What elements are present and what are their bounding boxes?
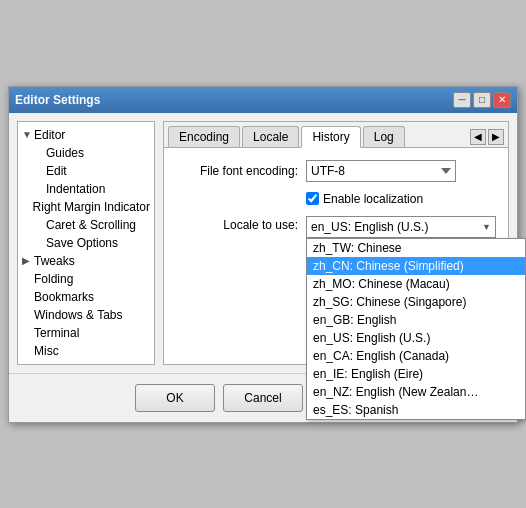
locale-option-zh_SG[interactable]: zh_SG: Chinese (Singapore) — [307, 293, 525, 311]
locale-select-header[interactable]: en_US: English (U.S.) — [306, 216, 496, 238]
enable-localization-label[interactable]: Enable localization — [306, 192, 423, 206]
locale-option-zh_MO[interactable]: zh_MO: Chinese (Macau) — [307, 275, 525, 293]
sidebar-label-windows-tabs: Windows & Tabs — [34, 308, 122, 322]
locale-option-es_ES[interactable]: es_ES: Spanish — [307, 401, 525, 419]
enable-localization-row: Enable localization — [176, 192, 496, 206]
locale-option-zh_CN[interactable]: zh_CN: Chinese (Simplified) — [307, 257, 525, 275]
tab-nav-next[interactable]: ▶ — [488, 129, 504, 145]
file-font-control: UTF-8 — [306, 160, 496, 182]
close-button[interactable]: ✕ — [493, 92, 511, 108]
maximize-button[interactable]: □ — [473, 92, 491, 108]
sidebar-item-editor[interactable]: ▼ Editor — [18, 126, 154, 144]
minimize-button[interactable]: ─ — [453, 92, 471, 108]
sidebar-label-tweaks: Tweaks — [34, 254, 75, 268]
tab-nav-prev[interactable]: ◀ — [470, 129, 486, 145]
sidebar-item-right-margin[interactable]: Right Margin Indicator — [18, 198, 154, 216]
enable-localization-text: Enable localization — [323, 192, 423, 206]
sidebar-label-bookmarks: Bookmarks — [34, 290, 94, 304]
main-panel: Encoding Locale History Log ◀ ▶ File fon… — [163, 121, 509, 365]
file-font-row: File font encoding: UTF-8 — [176, 160, 496, 182]
locale-dropdown-container: en_US: English (U.S.) zh_TW: Chinese zh_… — [306, 216, 496, 238]
sidebar-label-terminal: Terminal — [34, 326, 79, 340]
sidebar-label-indentation: Indentation — [46, 182, 105, 196]
locale-option-zh_TW[interactable]: zh_TW: Chinese — [307, 239, 525, 257]
file-font-label: File font encoding: — [176, 164, 306, 178]
locale-selected-value: en_US: English (U.S.) — [311, 220, 428, 234]
locale-option-en_GB[interactable]: en_GB: English — [307, 311, 525, 329]
tab-bar: Encoding Locale History Log ◀ ▶ — [164, 122, 508, 148]
tab-history[interactable]: History — [301, 126, 360, 148]
sidebar-item-tweaks[interactable]: ▶ Tweaks — [18, 252, 154, 270]
sidebar-label-edit: Edit — [46, 164, 67, 178]
window-content: ▼ Editor Guides Edit Indentation Right M… — [9, 113, 517, 373]
title-bar: Editor Settings ─ □ ✕ — [9, 87, 517, 113]
sidebar-label-editor: Editor — [34, 128, 65, 142]
sidebar-item-caret[interactable]: Caret & Scrolling — [18, 216, 154, 234]
locale-option-en_IE[interactable]: en_IE: English (Eire) — [307, 365, 525, 383]
locale-row: Locale to use: en_US: English (U.S.) zh_… — [176, 216, 496, 238]
tab-encoding[interactable]: Encoding — [168, 126, 240, 147]
locale-option-en_US[interactable]: en_US: English (U.S.) — [307, 329, 525, 347]
locale-label: Locale to use: — [176, 216, 306, 232]
sidebar-item-windows-tabs[interactable]: Windows & Tabs — [18, 306, 154, 324]
sidebar-item-folding[interactable]: Folding — [18, 270, 154, 288]
title-controls: ─ □ ✕ — [453, 92, 511, 108]
sidebar-label-folding: Folding — [34, 272, 73, 286]
sidebar-label-save-options: Save Options — [46, 236, 118, 250]
cancel-button[interactable]: Cancel — [223, 384, 303, 412]
sidebar-label-caret: Caret & Scrolling — [46, 218, 136, 232]
file-font-select[interactable]: UTF-8 — [306, 160, 456, 182]
locale-dropdown-list: zh_TW: Chinese zh_CN: Chinese (Simplifie… — [306, 238, 526, 420]
sidebar-item-terminal[interactable]: Terminal — [18, 324, 154, 342]
sidebar-label-misc: Misc — [34, 344, 59, 358]
expand-arrow-editor: ▼ — [22, 129, 34, 140]
tab-log[interactable]: Log — [363, 126, 405, 147]
tab-locale[interactable]: Locale — [242, 126, 299, 147]
tab-navigation: ◀ ▶ — [466, 127, 508, 147]
tab-content: File font encoding: UTF-8 Enable localiz… — [164, 148, 508, 364]
window-title: Editor Settings — [15, 93, 100, 107]
ok-button[interactable]: OK — [135, 384, 215, 412]
sidebar-item-bookmarks[interactable]: Bookmarks — [18, 288, 154, 306]
sidebar-item-save-options[interactable]: Save Options — [18, 234, 154, 252]
editor-settings-window: Editor Settings ─ □ ✕ ▼ Editor Guides Ed… — [8, 86, 518, 423]
expand-arrow-tweaks: ▶ — [22, 255, 34, 266]
enable-localization-checkbox[interactable] — [306, 192, 319, 205]
sidebar-item-guides[interactable]: Guides — [18, 144, 154, 162]
sidebar-label-right-margin: Right Margin Indicator — [33, 200, 150, 214]
sidebar-item-edit[interactable]: Edit — [18, 162, 154, 180]
sidebar: ▼ Editor Guides Edit Indentation Right M… — [17, 121, 155, 365]
locale-option-en_NZ[interactable]: en_NZ: English (New Zealan… — [307, 383, 525, 401]
sidebar-item-indentation[interactable]: Indentation — [18, 180, 154, 198]
sidebar-item-misc[interactable]: Misc — [18, 342, 154, 360]
locale-option-en_CA[interactable]: en_CA: English (Canada) — [307, 347, 525, 365]
sidebar-label-guides: Guides — [46, 146, 84, 160]
